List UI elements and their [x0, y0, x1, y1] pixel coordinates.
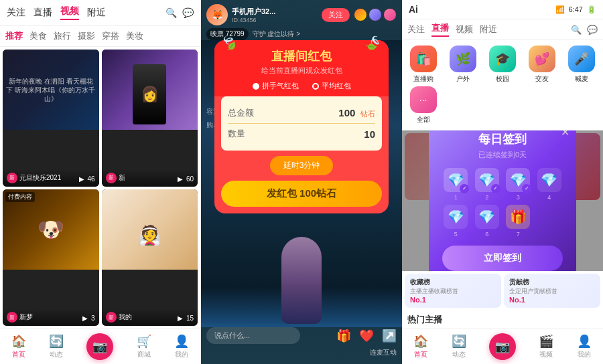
video4-author: 新 我的 [106, 312, 132, 323]
gem-1: 💎 ✓ [444, 168, 468, 192]
p3-nav-video[interactable]: 🎬 视频 [539, 334, 553, 359]
camera-button[interactable]: 📷 [86, 333, 113, 360]
video2-play-info: ▶ 60 [178, 172, 194, 184]
tab-video[interactable]: 视频 [60, 5, 79, 20]
cat-all-icon: ··· [410, 86, 437, 113]
category-tabs: 推荐 美食 旅行 摄影 穿搭 美妆 [0, 26, 200, 47]
nav-shop[interactable]: 🛒 商城 [137, 334, 151, 359]
search-icon[interactable]: 🔍 [165, 7, 177, 18]
camera-icon: 📷 [92, 339, 107, 354]
cat-food[interactable]: 美食 [29, 30, 47, 42]
signin-gems: 💎 ✓ 1 💎 ✓ 2 [442, 168, 563, 238]
p3-search-icon[interactable]: 🔍 [571, 25, 582, 35]
video-card-1[interactable]: 新年的夜晚 在泗阳 看天棚花下 听海来阿木唱《你的万水千山》 新 元旦快乐202… [3, 50, 99, 187]
count-value-group: 10 [364, 128, 375, 140]
breadcrumb: 守护 虚位以待 > [253, 29, 300, 39]
p3-tab-live[interactable]: 直播 [431, 22, 449, 37]
cat-campus-label: 校园 [496, 74, 509, 84]
header-icons: 🔍 💬 [165, 7, 194, 18]
p3-nav-dynamic[interactable]: 🔄 动态 [452, 334, 466, 359]
cat-campus[interactable]: 🎓 校园 [484, 46, 521, 84]
gem-day-6: 💎 6 [474, 205, 501, 238]
video-card-2[interactable]: 👩 新 新 ▶ 60 [102, 50, 198, 187]
video4-overlay: 新 我的 ▶ 15 [102, 308, 198, 326]
p3-camera-button[interactable]: 📷 [489, 333, 516, 360]
signin-title: 每日签到 [442, 131, 563, 147]
panel1-bottom-nav: 🏠 首页 🔄 动态 📷 🛒 商城 👤 我的 [0, 329, 200, 364]
cat-recommend[interactable]: 推荐 [5, 30, 23, 42]
cat-live-shop-icon: 🛍️ [410, 46, 437, 72]
badge-contrib-rank: No.1 [509, 296, 595, 304]
p3-camera-icon: 📷 [495, 339, 510, 354]
tab-live[interactable]: 直播 [34, 7, 52, 19]
video-card-3[interactable]: 🐶 付费内容 新 新梦 ▶ 3 [3, 189, 99, 327]
send-red-packet-button[interactable]: 发红包 100钻石 [221, 181, 382, 207]
radio-average [312, 83, 319, 90]
follow-button[interactable]: 关注 [322, 8, 350, 22]
badge-contrib-title: 贡献榜 [509, 278, 595, 287]
delay-button[interactable]: 延时3分钟 [270, 156, 334, 175]
nav-profile[interactable]: 👤 我的 [174, 334, 189, 359]
cat-all[interactable]: ··· 全部 [405, 86, 442, 124]
gem-4: 💎 [537, 168, 561, 192]
cat-beauty[interactable]: 美妆 [126, 30, 143, 42]
count-value[interactable]: 10 [364, 128, 375, 140]
gem-6: 💎 [475, 205, 499, 229]
cat-shout[interactable]: 🎤 喊麦 [563, 46, 600, 84]
amount-value[interactable]: 100 [338, 107, 355, 118]
p3-message-icon[interactable]: 💬 [587, 25, 598, 35]
cat-fashion[interactable]: 穿搭 [102, 30, 119, 42]
tab-follow[interactable]: 关注 [7, 7, 25, 19]
option-average[interactable]: 平均红包 [312, 81, 351, 91]
gem-2: 💎 ✓ [475, 168, 499, 192]
gem-day-label-4: 4 [547, 194, 551, 201]
gem-day-4: 💎 4 [536, 168, 563, 201]
p3-dynamic-icon: 🔄 [452, 334, 466, 349]
nav-camera[interactable]: 📷 [86, 333, 113, 360]
tab-nearby[interactable]: 附近 [87, 7, 106, 19]
check-1: ✓ [460, 184, 469, 193]
p3-home-icon: 🏠 [413, 334, 428, 349]
p3-nav-profile[interactable]: 👤 我的 [577, 334, 592, 359]
nav-dynamic[interactable]: 🔄 动态 [49, 334, 64, 359]
nav-home[interactable]: 🏠 首页 [11, 334, 26, 359]
p3-nav-video-label: 视频 [539, 350, 553, 359]
live-username: 手机用户32... [232, 7, 318, 17]
video2-overlay: 新 新 ▶ 60 [102, 169, 198, 187]
signin-action-button[interactable]: 立即签到 [442, 246, 563, 271]
gem-day-7: 🎁 7 [505, 205, 532, 238]
nav-shop-label: 商城 [137, 350, 151, 359]
p3-video-icon: 🎬 [539, 334, 553, 349]
check-3: ✓ [522, 184, 531, 193]
video1-title: 元旦快乐2021 [19, 173, 61, 183]
p3-tab-follow[interactable]: 关注 [407, 23, 425, 35]
p3-nav-profile-label: 我的 [578, 350, 591, 359]
badge-collect-sub: 主播主播收藏榜首 [410, 287, 496, 296]
option-lucky[interactable]: 拼手气红包 [253, 81, 299, 91]
cat-travel[interactable]: 旅行 [54, 30, 71, 42]
signin-close-button[interactable]: ✕ [561, 130, 570, 139]
play-icon-3: ▶ [82, 314, 88, 322]
red-packet-body: 总金额 100 钻石 数量 10 [221, 96, 382, 151]
cat-live-shop[interactable]: 🛍️ 直播购 [405, 46, 442, 84]
viewer-avatar-3 [383, 8, 397, 21]
panel3-live-home: Ai 📶 6:47 🔋 关注 直播 视频 附近 🔍 💬 🛍️ 直播购 🌿 户外 … [402, 0, 603, 364]
p3-tab-nearby[interactable]: 附近 [480, 23, 497, 35]
video-card-4[interactable]: 👰 新 我的 ▶ 15 [102, 189, 198, 327]
amount-label: 总金额 [228, 107, 254, 119]
p3-nav-home[interactable]: 🏠 首页 [413, 334, 428, 359]
panel1-video-feed: 关注 直播 视频 附近 🔍 💬 推荐 美食 旅行 摄影 穿搭 美妆 新年的夜晚 … [0, 0, 201, 364]
signin-overlay: ✕ 每日签到 已连续签到0天 💎 ✓ 1 💎 [402, 130, 603, 271]
live-host-figure [275, 230, 328, 324]
panel3-header: Ai 📶 6:47 🔋 [402, 0, 603, 19]
cat-photo[interactable]: 摄影 [78, 30, 95, 42]
cat-outdoor-icon: 🌿 [450, 46, 476, 72]
p3-tab-video[interactable]: 视频 [456, 23, 473, 35]
cat-friends[interactable]: 💕 交友 [524, 46, 561, 84]
cat-outdoor[interactable]: 🌿 户外 [444, 46, 481, 84]
message-icon[interactable]: 💬 [182, 7, 194, 18]
badge-contrib: 贡献榜 全定用户贡献榜首 No.1 [504, 274, 600, 308]
status-bar: 📶 6:47 🔋 [555, 5, 596, 14]
p3-nav-camera[interactable]: 📷 [489, 333, 516, 360]
dynamic-icon: 🔄 [49, 334, 64, 349]
